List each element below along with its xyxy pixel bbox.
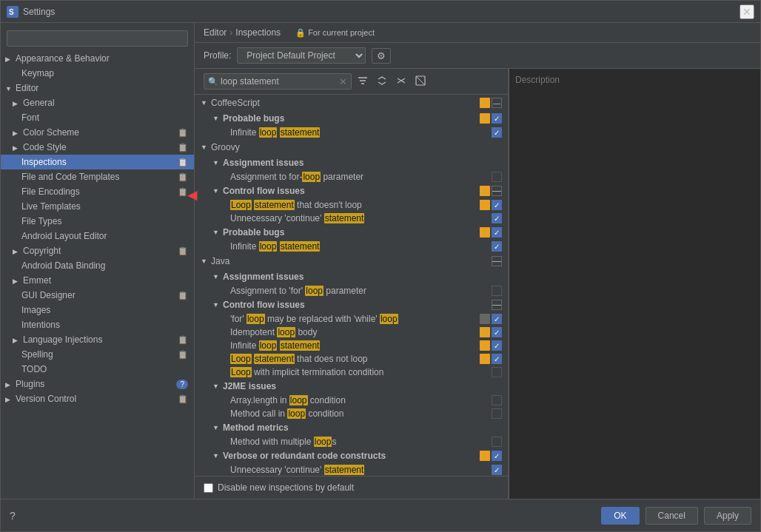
subgroup-control-flow-groovy[interactable]: ▼ Control flow issues — — [207, 183, 508, 198]
item-idempotent-loop-java[interactable]: Idempotent loop body ✓ — [207, 326, 508, 339]
item-loop-statement-groovy[interactable]: Loop statement that doesn't loop ✓ — [207, 198, 508, 212]
item-infinite-loop-cs[interactable]: Infinite loop statement ✓ — [207, 126, 508, 139]
disable-default-checkbox[interactable] — [204, 483, 213, 493]
help-button[interactable]: ? — [10, 510, 16, 522]
sidebar-item-code-style[interactable]: ▶Code Style 📋 — [1, 140, 194, 155]
subgroup-probable-bugs-groovy[interactable]: ▼ Probable bugs ✓ — [207, 225, 508, 240]
item-indicators: ✓ — [480, 340, 502, 351]
cancel-button[interactable]: Cancel — [646, 507, 698, 525]
item-loop-statement-not-loop-java[interactable]: Loop statement that does not loop ✓ — [207, 352, 508, 366]
expand-all-button[interactable] — [374, 74, 390, 90]
subgroup-probable-bugs-cs[interactable]: ▼ Probable bugs ✓ — [207, 111, 508, 126]
group-groovy[interactable]: ▼ Groovy — [195, 139, 508, 155]
content-area: ▶Appearance & Behavior Keymap ▼Editor ▶G… — [1, 23, 760, 499]
reset-button[interactable] — [412, 74, 429, 90]
item-unnecessary-continue-java[interactable]: Unnecessary 'continue' statement ✓ — [207, 463, 508, 476]
sidebar-item-todo[interactable]: TODO — [1, 362, 194, 377]
check-indicator: ✓ — [492, 354, 502, 364]
sidebar-item-intentions[interactable]: Intentions — [1, 317, 194, 332]
sidebar-item-android-data-binding[interactable]: Android Data Binding — [1, 258, 194, 273]
apply-button[interactable]: Apply — [704, 507, 751, 525]
sidebar-item-gui-designer[interactable]: GUI Designer 📋 — [1, 288, 194, 303]
collapse-all-button[interactable] — [393, 74, 409, 90]
sidebar-item-file-code-templates[interactable]: File and Code Templates 📋 — [1, 169, 194, 184]
sidebar-item-appearance[interactable]: ▶Appearance & Behavior — [1, 51, 194, 66]
filter-button[interactable] — [355, 74, 371, 90]
item-unnecessary-continue-groovy[interactable]: Unnecessary 'continue' statement ✓ — [207, 212, 508, 225]
ok-button[interactable]: OK — [601, 507, 639, 525]
sidebar-item-file-encodings[interactable]: File Encodings 📋 — [1, 184, 194, 199]
item-method-call-java[interactable]: Method call in loop condition — [207, 407, 508, 420]
sidebar-item-android-layout[interactable]: Android Layout Editor — [1, 229, 194, 243]
sidebar-item-emmet[interactable]: ▶Emmet — [1, 273, 194, 288]
title-bar: S Settings ✕ — [1, 1, 760, 23]
arrow: ▼ — [212, 187, 221, 195]
item-infinite-loop-groovy[interactable]: Infinite loop statement ✓ — [207, 240, 508, 253]
group-java[interactable]: ▼ Java — — [195, 253, 508, 269]
item-indicators: ✓ — [492, 213, 502, 223]
close-button[interactable]: ✕ — [740, 4, 754, 19]
item-indicators — [492, 395, 502, 405]
severity-indicator — [480, 113, 490, 124]
subgroup-assignment-groovy[interactable]: ▼ Assignment issues — [207, 155, 508, 170]
arrow-icon: ▶ — [13, 248, 21, 255]
copy-icon: 📋 — [178, 172, 188, 182]
sidebar-item-spelling[interactable]: Spelling 📋 — [1, 347, 194, 362]
item-infinite-loop-java[interactable]: Infinite loop statement ✓ — [207, 339, 508, 352]
sidebar-item-language-injections[interactable]: ▶Language Injections 📋 — [1, 332, 194, 347]
search-icon: 🔍 — [208, 77, 218, 87]
check-indicator: ✓ — [492, 213, 502, 223]
sidebar-item-font[interactable]: Font — [1, 110, 194, 125]
arrow-icon: ▶ — [13, 129, 21, 137]
check-indicator: — — [492, 98, 502, 108]
sidebar-item-plugins[interactable]: ▶Plugins ? — [1, 377, 194, 391]
item-assignment-loop-groovy[interactable]: Assignment to for-loop parameter — [207, 170, 508, 183]
sidebar-item-version-control[interactable]: ▶Version Control 📋 — [1, 391, 194, 406]
arrow-icon: ▶ — [13, 100, 21, 107]
main-panel: Editor › Inspections 🔒 For current proje… — [195, 23, 760, 499]
subgroup-verbose-java[interactable]: ▼ Verbose or redundant code constructs ✓ — [207, 448, 508, 463]
clear-icon[interactable]: ✕ — [339, 76, 347, 87]
subgroup-indicators: ✓ — [480, 113, 502, 124]
search-input[interactable] — [204, 73, 352, 90]
sidebar-search-input[interactable] — [7, 30, 188, 47]
item-for-loop-while-java[interactable]: 'for' loop may be replaced with 'while' … — [207, 312, 508, 326]
item-loop-implicit-java[interactable]: Loop with implicit termination condition — [207, 366, 508, 379]
sidebar-item-editor[interactable]: ▼Editor — [1, 81, 194, 95]
item-array-length-java[interactable]: Array.length in loop condition — [207, 394, 508, 407]
sidebar-item-keymap[interactable]: Keymap — [1, 66, 194, 81]
subgroup-j2me-java[interactable]: ▼ J2ME issues — [207, 379, 508, 394]
highlight: loop — [277, 327, 295, 337]
item-indicators — [492, 437, 502, 447]
item-multiple-loops-java[interactable]: Method with multiple loops — [207, 435, 508, 448]
item-indicators — [492, 367, 502, 377]
item-assignment-for-java[interactable]: Assignment to 'for' loop parameter — [207, 284, 508, 297]
plugins-count: ? — [176, 380, 188, 389]
reset-icon — [415, 75, 426, 86]
gear-button[interactable]: ⚙ — [372, 48, 391, 64]
subgroup-control-flow-java[interactable]: ▼ Control flow issues — — [207, 297, 508, 312]
check-indicator — [492, 395, 502, 405]
sidebar-item-file-types[interactable]: File Types — [1, 214, 194, 229]
footer-bar: ? OK Cancel Apply — [1, 499, 760, 531]
sidebar-item-images[interactable]: Images — [1, 303, 194, 317]
group-coffeescript[interactable]: ▼ CoffeeScript — — [195, 95, 508, 111]
sidebar-item-copyright[interactable]: ▶Copyright 📋 — [1, 243, 194, 258]
subgroup-assignment-java[interactable]: ▼ Assignment issues — [207, 269, 508, 284]
arrow: ▼ — [212, 159, 221, 166]
subgroup-method-metrics-java[interactable]: ▼ Method metrics — [207, 420, 508, 435]
sidebar-item-general[interactable]: ▶General — [1, 95, 194, 110]
item-indicators: ✓ — [480, 327, 502, 337]
sidebar-item-color-scheme[interactable]: ▶Color Scheme 📋 — [1, 125, 194, 140]
check-indicator: ✓ — [492, 340, 502, 351]
sidebar-item-live-templates[interactable]: Live Templates — [1, 199, 194, 214]
severity-indicator — [480, 186, 490, 196]
group-indicators: — — [492, 256, 502, 266]
check-indicator: ✓ — [492, 200, 502, 210]
arrow: ▼ — [212, 273, 221, 280]
check-indicator — [492, 408, 502, 419]
item-indicators: ✓ — [480, 200, 502, 210]
search-toolbar: 🔍 ✕ — [195, 69, 508, 95]
profile-select[interactable]: Project Default Project — [237, 47, 366, 64]
sidebar-item-inspections[interactable]: Inspections 📋 — [1, 155, 194, 169]
